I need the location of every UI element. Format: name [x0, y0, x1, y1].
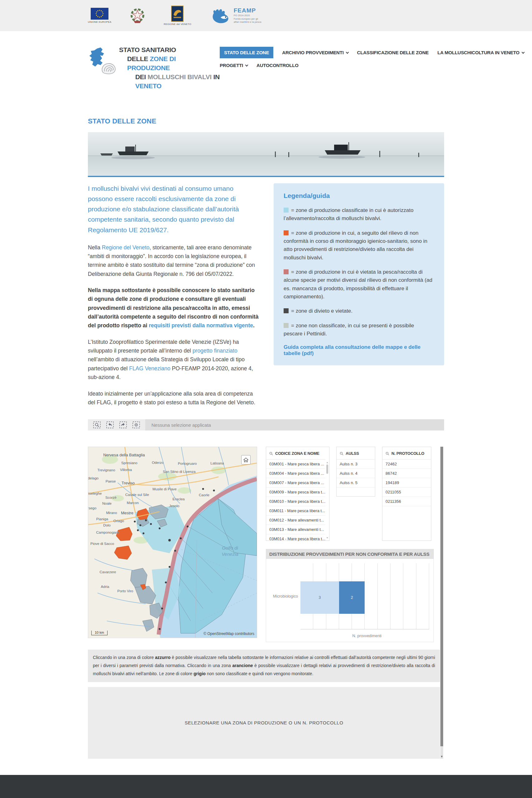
- home-icon[interactable]: [241, 455, 251, 464]
- map-town-label: Oriago: [113, 519, 125, 523]
- regione-veneto-caption: REGIONE del VENETO: [164, 23, 191, 25]
- site-title-line3-pre: DEI: [135, 73, 146, 80]
- scroll-down-icon[interactable]: ▼: [326, 537, 328, 539]
- clear-selections-icon[interactable]: [132, 421, 140, 429]
- legend-item-unclassified: = zone non classificate, in cui se prese…: [284, 322, 434, 338]
- list-item[interactable]: 0211055: [382, 488, 431, 497]
- list-item[interactable]: Aulss n. 5: [337, 478, 375, 488]
- map-town-label: Casale sul Sile: [125, 493, 149, 497]
- chart-title: DISTRIBUZIONE PROVVEDIMENTI PER NON CONF…: [266, 549, 434, 559]
- intro-paragraph-3: L’Istituto Zooprofilattico Sperimentale …: [88, 338, 259, 382]
- lagoon-photo-illustration: [88, 132, 444, 176]
- list-item[interactable]: 86742: [382, 469, 431, 478]
- eu-logo: UNIONE EUROPEA: [88, 8, 111, 23]
- list-item[interactable]: 03M014 - Mare pesca libera t...: [266, 534, 325, 543]
- nav-archivio-provvedimenti[interactable]: ARCHIVIO PROVVEDIMENTI: [282, 50, 348, 55]
- map-town-label: Scorzè: [105, 496, 117, 499]
- search-icon: [385, 452, 389, 455]
- map-town-label: Pianiga: [96, 517, 108, 521]
- map-town-label: Portogruaro: [178, 462, 197, 466]
- intro-column: I molluschi bivalvi vivi destinati al co…: [88, 183, 259, 414]
- step-back-icon[interactable]: [106, 421, 114, 429]
- map-town-label: Paese: [106, 479, 116, 483]
- scroll-down-icon[interactable]: ▼: [440, 755, 443, 759]
- requisiti-normativa-link[interactable]: requisiti previsti dalla normativa vigen…: [149, 322, 253, 328]
- selection-placeholder-text: SELEZIONARE UNA ZONA DI PRODUZIONE O UN …: [185, 720, 343, 725]
- stacked-bar[interactable]: 3 2: [301, 581, 429, 614]
- guide-pdf-link[interactable]: Guida completa alla consultazione delle …: [284, 344, 434, 357]
- list-item[interactable]: Aulss n. 3: [337, 459, 375, 469]
- footer: Progetti Questo sito web è gestito dall’…: [0, 775, 532, 798]
- feamp-icon: [209, 7, 230, 24]
- italy-emblem-icon: [129, 7, 146, 24]
- list-item[interactable]: 03M007 - Mare pesca libera ...: [266, 478, 325, 488]
- scroll-up-icon[interactable]: ▲: [326, 461, 328, 464]
- selection-placeholder-panel: SELEZIONARE UNA ZONA DI PRODUZIONE O UN …: [88, 687, 440, 759]
- filter-aulss-header[interactable]: AULSS: [337, 447, 375, 459]
- selection-status-bar[interactable]: Nessuna selezione applicata: [145, 419, 444, 431]
- map-town-label: Nervesa della Battaglia: [103, 453, 145, 457]
- nav-stato-delle-zone[interactable]: STATO DELLE ZONE: [220, 47, 273, 58]
- legend-item-classified: = zone di produzione classificate in cui…: [284, 206, 434, 223]
- filter-codice-header[interactable]: CODICE ZONA E NOME: [266, 447, 329, 459]
- feamp-subtitle-1: PO 2014-2020: [234, 14, 262, 17]
- legend-swatch-lightblue: [284, 208, 289, 213]
- eu-flag-icon: [91, 8, 109, 20]
- flag-veneziano-link[interactable]: FLAG Veneziano: [129, 365, 170, 372]
- regione-veneto-link[interactable]: Regione del Veneto: [102, 244, 150, 251]
- scroll-thumb[interactable]: [440, 447, 443, 746]
- legend-swatch-lightgray: [284, 323, 289, 328]
- feamp-title: FEAMP: [234, 7, 262, 14]
- intro-paragraph-1: Nella Regione del Veneto, storicamente, …: [88, 243, 259, 278]
- list-scrollbar[interactable]: ▲ ▼: [326, 461, 328, 539]
- map-town-label: rsego: [88, 506, 96, 510]
- list-item[interactable]: 03M012 - Mare allevamenti t...: [266, 516, 325, 525]
- zones-map[interactable]: Nervesa della Battaglia Spresiano Oderzo…: [88, 447, 257, 638]
- map-town-label: Camponogara: [96, 531, 119, 534]
- vertical-scrollbar[interactable]: ▼: [440, 447, 443, 759]
- list-item[interactable]: 72462: [382, 459, 431, 469]
- bar-segment[interactable]: 3: [301, 581, 339, 614]
- chart-plot[interactable]: 3 2: [301, 563, 429, 629]
- list-item[interactable]: 03M013 - Mare allevamenti t...: [266, 525, 325, 534]
- nav-classificazione-delle-zone[interactable]: CLASSIFICAZIONE DELLE ZONE: [357, 50, 429, 55]
- list-item[interactable]: 194189: [382, 478, 431, 488]
- nav-autocontrollo[interactable]: AUTOCONTROLLO: [256, 63, 299, 68]
- filter-protocollo-header[interactable]: N. PROTOCOLLO: [382, 447, 431, 459]
- map-town-label: Mestre: [121, 511, 133, 515]
- chevron-down-icon: [245, 63, 248, 67]
- map-town-label: Eraclea: [173, 497, 185, 501]
- list-item[interactable]: 03M010 - Mare pesca libera t...: [266, 497, 325, 506]
- map-town-label: Marcon: [127, 501, 139, 505]
- nav-progetti[interactable]: PROGETTI: [220, 63, 248, 68]
- filter-protocollo: N. PROTOCOLLO 72462 86742 194189 0211055…: [382, 447, 431, 541]
- list-item[interactable]: 03M004 - Mare pesca libera ...: [266, 469, 325, 478]
- list-item[interactable]: Aulss n. 4: [337, 469, 375, 478]
- site-logo[interactable]: STATO SANITARIO DELLE ZONE DI PRODUZIONE…: [88, 43, 220, 91]
- nav-molluschicoltura-in-veneto[interactable]: LA MOLLUSCHICOLTURA IN VENETO: [437, 50, 524, 55]
- filter-codice-zona: CODICE ZONA E NOME 03M001 - Mare pesca l…: [266, 447, 329, 541]
- filter-aulss: AULSS Aulss n. 3 Aulss n. 4 Aulss n. 5: [336, 447, 375, 497]
- water-body-label: Golfo di Venezia: [216, 545, 244, 557]
- list-item[interactable]: 03M011 - Mare pesca libera t...: [266, 506, 325, 516]
- list-item[interactable]: 03M001 - Mare pesca libera ...: [266, 459, 325, 469]
- feamp-subtitle-2: Fondo europeo per gli: [234, 17, 262, 21]
- provvedimenti-chart: DISTRIBUZIONE PROVVEDIMENTI PER NON CONF…: [266, 549, 434, 642]
- map-town-label: Spresiano: [121, 461, 137, 465]
- legend-item-restricted: = zone di produzione in cui, a seguito d…: [284, 229, 434, 262]
- banner-photo: [88, 132, 444, 177]
- list-item[interactable]: 03M009 - Mare pesca libera t...: [266, 488, 325, 497]
- site-header: STATO SANITARIO DELLE ZONE DI PRODUZIONE…: [0, 31, 532, 100]
- list-item[interactable]: 0211356: [382, 497, 431, 506]
- feamp-subtitle-3: affari marittimi e la pesca: [234, 21, 262, 24]
- search-icon: [269, 452, 273, 455]
- selections-tool-icon[interactable]: [93, 421, 101, 429]
- step-forward-icon[interactable]: [119, 421, 127, 429]
- map-town-label: Dolo: [103, 524, 111, 527]
- chart-category-label: Microbiologico: [266, 563, 301, 629]
- progetto-finanziato-link[interactable]: progetto finanziato: [193, 347, 238, 354]
- scroll-thumb[interactable]: [326, 464, 328, 474]
- institutional-logo-bar: UNIONE EUROPEA REGIONE del VENETO: [0, 0, 532, 31]
- bar-segment[interactable]: 2: [339, 581, 365, 614]
- legend-box: Legenda/guida = zone di produzione class…: [274, 183, 444, 365]
